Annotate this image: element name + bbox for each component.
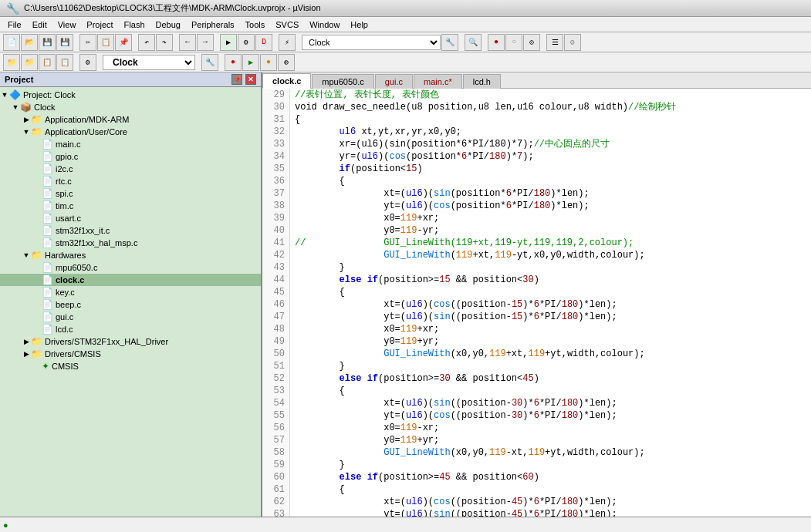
- code-line-30[interactable]: void draw_sec_needle(u8 position,u8 len,…: [295, 101, 806, 113]
- code-line-36[interactable]: {: [295, 175, 806, 187]
- code-line-29[interactable]: //表针位置, 表针长度, 表针颜色: [295, 89, 806, 101]
- menu-item-peripherals[interactable]: Peripherals: [187, 19, 239, 31]
- tree-item-rtc-c[interactable]: 📄rtc.c: [0, 175, 261, 187]
- wizard-btn[interactable]: 🔧: [441, 34, 458, 51]
- menu-item-edit[interactable]: Edit: [28, 19, 52, 31]
- tree-item-app-mdk[interactable]: ▶📁Application/MDK-ARM: [0, 113, 261, 126]
- tree-item-hardwares[interactable]: ▼📁Hardwares: [0, 249, 261, 261]
- tb2-btn3[interactable]: 📋: [39, 54, 56, 71]
- rebuild-btn[interactable]: ⚙: [238, 34, 255, 51]
- code-line-49[interactable]: y0=119+yr;: [295, 335, 806, 348]
- tab-lcd-h-tab[interactable]: lcd.h: [463, 74, 501, 89]
- code-line-38[interactable]: yt=(ul6)(cos(position*6*PI/180)*len);: [295, 200, 806, 212]
- code-line-56[interactable]: x0=119-xr;: [295, 422, 806, 434]
- code-line-46[interactable]: xt=(ul6)(cos((position-15)*6*PI/180)*len…: [295, 298, 806, 311]
- tab-gui-c-tab[interactable]: gui.c: [375, 74, 413, 89]
- tree-item-app-user[interactable]: ▼📁Application/User/Core: [0, 126, 261, 138]
- code-line-58[interactable]: GUI_LineWith(x0,y0,119-xt,119+yt,width,c…: [295, 446, 806, 459]
- code-line-52[interactable]: else if(position>=30 && position<45): [295, 372, 806, 385]
- redo-btn[interactable]: ↷: [156, 34, 173, 51]
- tree-item-drivers-stm32[interactable]: ▶📁Drivers/STM32F1xx_HAL_Driver: [0, 335, 261, 348]
- menu-item-help[interactable]: Help: [346, 19, 373, 31]
- code-line-34[interactable]: yr=(ul6)(cos(position*6*PI/180)*7);: [295, 150, 806, 163]
- tb2-btn8[interactable]: ▶: [242, 54, 259, 71]
- code-line-55[interactable]: yt=(ul6)(cos((position-30)*6*PI/180)*len…: [295, 409, 806, 422]
- tree-item-gpio-c[interactable]: 📄gpio.c: [0, 150, 261, 163]
- new-btn[interactable]: 📄: [3, 34, 20, 51]
- code-line-60[interactable]: else if(position>=45 && position<60): [295, 471, 806, 483]
- menu-item-flash[interactable]: Flash: [120, 19, 150, 31]
- tree-item-i2c-c[interactable]: 📄i2c.c: [0, 163, 261, 175]
- tab-main-c-tab[interactable]: main.c*: [414, 74, 462, 89]
- tb2-btn6[interactable]: 🔧: [201, 54, 218, 71]
- settings-btn[interactable]: ☰: [546, 34, 563, 51]
- tree-item-clock-root[interactable]: ▼📦Clock: [0, 101, 261, 113]
- tree-item-project-clock[interactable]: ▼🔷Project: Clock: [0, 89, 261, 101]
- tree-item-usart-c[interactable]: 📄usart.c: [0, 212, 261, 224]
- code-line-47[interactable]: yt=(ul6)(sin((position-15)*6*PI/180)*len…: [295, 311, 806, 323]
- tree-item-cmsis[interactable]: ✦CMSIS: [0, 360, 261, 372]
- search-btn[interactable]: 🔍: [465, 34, 482, 51]
- code-line-61[interactable]: {: [295, 483, 806, 496]
- save-btn[interactable]: 💾: [39, 34, 56, 51]
- menu-item-view[interactable]: View: [53, 19, 81, 31]
- save-all-btn[interactable]: 💾: [56, 34, 73, 51]
- debug-btn[interactable]: D: [255, 34, 272, 51]
- undo-btn[interactable]: ↶: [138, 34, 155, 51]
- project-close-icon[interactable]: ✕: [245, 74, 256, 85]
- menu-item-file[interactable]: File: [3, 19, 26, 31]
- flash-btn[interactable]: ⚡: [279, 34, 296, 51]
- code-line-35[interactable]: if(position<15): [295, 163, 806, 175]
- nav-fwd-btn[interactable]: →: [197, 34, 214, 51]
- tb2-btn10[interactable]: ⊕: [278, 54, 295, 71]
- build-btn[interactable]: ▶: [220, 34, 237, 51]
- tree-item-stm32f1xx-hal[interactable]: 📄stm32f1xx_hal_msp.c: [0, 237, 261, 249]
- clock-target-combo[interactable]: Clock: [103, 55, 195, 70]
- tree-item-gui-c[interactable]: 📄gui.c: [0, 311, 261, 323]
- code-line-41[interactable]: // GUI_LineWith(119+xt,119-yt,119,119,2,…: [295, 237, 806, 249]
- code-line-45[interactable]: {: [295, 286, 806, 298]
- code-line-63[interactable]: yt=(ul6)(sin((position-45)*6*PI/180)*len…: [295, 508, 806, 517]
- run-btn[interactable]: ●: [488, 34, 505, 51]
- tree-item-main-c[interactable]: 📄main.c: [0, 138, 261, 150]
- copy-btn[interactable]: 📋: [97, 34, 114, 51]
- tree-item-key-c[interactable]: 📄key.c: [0, 286, 261, 298]
- code-line-48[interactable]: x0=119+xr;: [295, 323, 806, 335]
- code-line-59[interactable]: }: [295, 459, 806, 471]
- menu-item-debug[interactable]: Debug: [151, 19, 185, 31]
- code-line-43[interactable]: }: [295, 261, 806, 274]
- code-line-62[interactable]: xt=(ul6)(cos((position-45)*6*PI/180)*len…: [295, 496, 806, 508]
- code-line-53[interactable]: {: [295, 385, 806, 397]
- target-combo[interactable]: Clock: [302, 35, 441, 50]
- tb2-btn5[interactable]: ⚙: [79, 54, 96, 71]
- menu-item-svcs[interactable]: SVCS: [271, 19, 303, 31]
- tree-item-lcd-c[interactable]: 📄lcd.c: [0, 323, 261, 335]
- code-line-40[interactable]: y0=119-yr;: [295, 224, 806, 237]
- code-line-42[interactable]: GUI_LineWith(119+xt,119-yt,x0,y0,width,c…: [295, 249, 806, 261]
- tb2-btn1[interactable]: 📁: [3, 54, 20, 71]
- code-line-54[interactable]: xt=(ul6)(sin((position-30)*6*PI/180)*len…: [295, 397, 806, 409]
- code-line-44[interactable]: else if(position>=15 && position<30): [295, 274, 806, 286]
- tree-item-beep-c[interactable]: 📄beep.c: [0, 298, 261, 311]
- nav-back-btn[interactable]: ←: [179, 34, 196, 51]
- code-line-32[interactable]: ul6 xt,yt,xr,yr,x0,y0;: [295, 126, 806, 138]
- menu-item-window[interactable]: Window: [305, 19, 344, 31]
- options-btn[interactable]: ⚙: [564, 34, 581, 51]
- menu-item-tools[interactable]: Tools: [241, 19, 270, 31]
- code-line-51[interactable]: }: [295, 360, 806, 372]
- paste-btn[interactable]: 📌: [115, 34, 132, 51]
- code-line-33[interactable]: xr=(ul6)(sin(position*6*PI/180)*7);//中心固…: [295, 138, 806, 150]
- cut-btn[interactable]: ✂: [79, 34, 96, 51]
- tb2-btn2[interactable]: 📁: [21, 54, 38, 71]
- tab-mpu6050-c-tab[interactable]: mpu6050.c: [312, 74, 373, 89]
- menu-item-project[interactable]: Project: [82, 19, 117, 31]
- code-content[interactable]: //表针位置, 表针长度, 表针颜色void draw_sec_needle(u…: [290, 89, 811, 517]
- tree-item-mpu6050-c[interactable]: 📄mpu6050.c: [0, 261, 261, 274]
- tb2-btn4[interactable]: 📋: [56, 54, 73, 71]
- step-btn[interactable]: ⊙: [523, 34, 540, 51]
- code-line-57[interactable]: y0=119+yr;: [295, 434, 806, 446]
- open-btn[interactable]: 📂: [21, 34, 38, 51]
- code-line-50[interactable]: GUI_LineWith(x0,y0,119+xt,119+yt,width,c…: [295, 348, 806, 360]
- tree-item-clock-c[interactable]: 📄clock.c: [0, 274, 261, 286]
- tb2-btn7[interactable]: ●: [225, 54, 242, 71]
